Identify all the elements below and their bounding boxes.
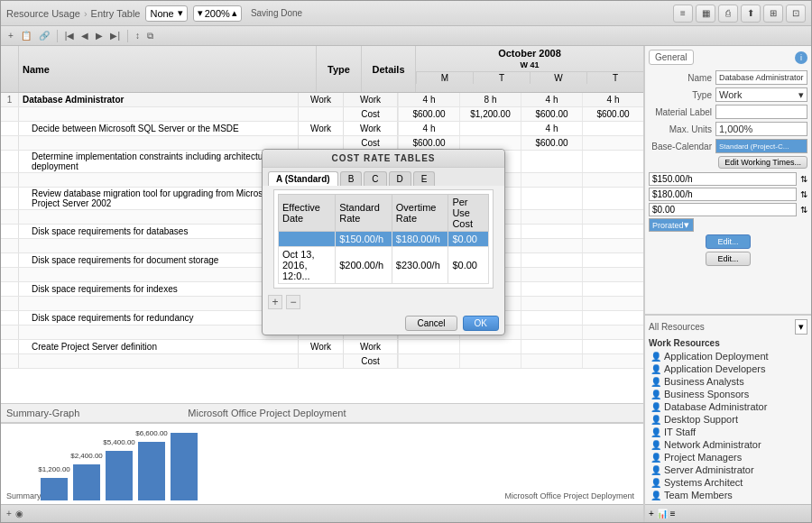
row-name[interactable]: [19, 107, 299, 121]
edit-btn-blue[interactable]: Edit...: [706, 234, 750, 249]
list-item[interactable]: 👤Application Deployment: [649, 350, 807, 362]
row-value-cell[interactable]: [521, 311, 582, 325]
row-name[interactable]: Create Project Server definition: [19, 340, 299, 353]
list-view-icon[interactable]: ≡: [673, 5, 693, 23]
basecal-value[interactable]: Standard (Project-C...: [715, 139, 807, 153]
task-icon[interactable]: 📋: [19, 31, 33, 41]
row-value-cell[interactable]: 4 h: [398, 93, 459, 106]
row-value-cell[interactable]: [521, 326, 582, 339]
list-item[interactable]: 👤Team Members: [649, 489, 807, 501]
row-value-cell[interactable]: [521, 151, 582, 172]
list-item[interactable]: 👤Database Administrator: [649, 400, 807, 413]
popup-remove-btn[interactable]: −: [286, 295, 300, 309]
row-value-cell[interactable]: [582, 326, 643, 339]
list-item[interactable]: 👤Systems Architect: [649, 476, 807, 489]
zoom-up-icon[interactable]: ▴: [232, 7, 237, 19]
row-value-cell[interactable]: 4 h: [521, 93, 582, 106]
popup-tab[interactable]: E: [413, 171, 436, 186]
popup-table-row[interactable]: Oct 13, 2016, 12:0...$200.00/h$230.00/h$…: [279, 247, 489, 284]
row-value-cell[interactable]: [521, 297, 582, 310]
row-value-cell[interactable]: [582, 311, 643, 325]
row-value-cell[interactable]: $1,200.00: [459, 107, 521, 121]
row-value-cell[interactable]: [521, 225, 582, 238]
row-value-cell[interactable]: [582, 282, 643, 296]
ok-button[interactable]: OK: [463, 316, 499, 331]
row-value-cell[interactable]: [582, 239, 643, 252]
rate1-value[interactable]: $150.00/h: [649, 172, 797, 186]
list-item[interactable]: 👤Desktop Support: [649, 413, 807, 426]
chart-icon[interactable]: 📊: [657, 509, 668, 518]
edit-working-times-btn[interactable]: Edit Working Times...: [718, 156, 807, 169]
window-icon[interactable]: ⊞: [763, 5, 783, 23]
row-name[interactable]: [19, 173, 299, 187]
rate3-value[interactable]: $0.00: [649, 203, 797, 216]
nav-next[interactable]: ▶: [94, 31, 105, 41]
row-value-cell[interactable]: [459, 354, 521, 368]
list-item[interactable]: 👤Business Analysts: [649, 375, 807, 388]
row-name[interactable]: [19, 326, 299, 339]
share-icon[interactable]: ⬆: [741, 5, 761, 23]
rate1-stepper[interactable]: ⇅: [800, 174, 807, 184]
row-value-cell[interactable]: [582, 122, 643, 135]
rate2-value[interactable]: $180.00/h: [649, 188, 797, 201]
rate2-stepper[interactable]: ⇅: [800, 189, 807, 199]
row-value-cell[interactable]: $600.00: [521, 136, 582, 150]
row-value-cell[interactable]: [521, 282, 582, 296]
resources-dropdown[interactable]: ▾: [795, 319, 807, 335]
row-value-cell[interactable]: [582, 188, 643, 209]
row-value-cell[interactable]: [521, 340, 582, 353]
row-name[interactable]: [19, 239, 299, 252]
list-icon[interactable]: ≡: [670, 509, 676, 518]
popup-add-btn[interactable]: +: [268, 295, 282, 309]
row-value-cell[interactable]: [398, 340, 459, 353]
row-value-cell[interactable]: [582, 297, 643, 310]
zoom-down-icon[interactable]: ▾: [198, 7, 203, 19]
row-name[interactable]: Decide between Microsoft SQL Server or t…: [19, 122, 299, 135]
row-value-cell[interactable]: $600.00: [398, 107, 459, 121]
row-value-cell[interactable]: [459, 340, 521, 353]
cancel-button[interactable]: Cancel: [405, 316, 457, 331]
row-value-cell[interactable]: [521, 268, 582, 281]
name-value[interactable]: Database Administrator: [715, 70, 807, 85]
popup-table-row[interactable]: $150.00/h$180.00/h$0.00: [279, 232, 489, 247]
row-name[interactable]: Disk space requirements for document sto…: [19, 253, 299, 267]
nav-first[interactable]: |◀: [63, 31, 77, 41]
row-value-cell[interactable]: 4 h: [398, 122, 459, 135]
zoom-control[interactable]: ▾ 200% ▴: [193, 5, 242, 22]
row-value-cell[interactable]: [582, 136, 643, 150]
scroll-icon[interactable]: ↕: [134, 31, 142, 41]
row-name[interactable]: Disk space requirements for indexes: [19, 282, 299, 296]
add-resource-icon[interactable]: +: [649, 509, 654, 518]
add-icon[interactable]: +: [6, 31, 15, 41]
list-item[interactable]: 👤Network Administrator: [649, 438, 807, 451]
row-value-cell[interactable]: 4 h: [521, 122, 582, 135]
row-name[interactable]: Review database migration tool for upgra…: [19, 188, 299, 209]
row-name[interactable]: Disk space requirements for databases: [19, 225, 299, 238]
row-value-cell[interactable]: [521, 210, 582, 224]
type-select[interactable]: Work ▾: [715, 87, 807, 102]
list-item[interactable]: 👤Server Administrator: [649, 463, 807, 476]
add-row-icon[interactable]: +: [6, 509, 12, 518]
row-value-cell[interactable]: [582, 253, 643, 267]
row-value-cell[interactable]: [521, 188, 582, 209]
row-value-cell[interactable]: [582, 268, 643, 281]
row-value-cell[interactable]: $600.00: [582, 107, 643, 121]
row-name[interactable]: [19, 268, 299, 281]
row-value-cell[interactable]: [521, 354, 582, 368]
prorated-select[interactable]: Prorated ▾: [649, 218, 694, 232]
row-name[interactable]: [19, 297, 299, 310]
list-item[interactable]: 👤Project Managers: [649, 451, 807, 463]
popup-tab[interactable]: B: [340, 171, 363, 186]
general-tab[interactable]: General: [649, 50, 694, 65]
info-icon[interactable]: i: [795, 51, 807, 64]
print-icon[interactable]: ⎙: [718, 5, 738, 23]
row-name[interactable]: Determine implementation constraints inc…: [19, 151, 299, 172]
row-value-cell[interactable]: [521, 173, 582, 187]
row-value-cell[interactable]: $600.00: [521, 107, 582, 121]
fullscreen-icon[interactable]: ⊡: [786, 5, 806, 23]
copy-icon[interactable]: ⧉: [145, 31, 155, 41]
row-name[interactable]: [19, 210, 299, 224]
row-value-cell[interactable]: [521, 253, 582, 267]
row-value-cell[interactable]: [582, 225, 643, 238]
row-value-cell[interactable]: [398, 354, 459, 368]
